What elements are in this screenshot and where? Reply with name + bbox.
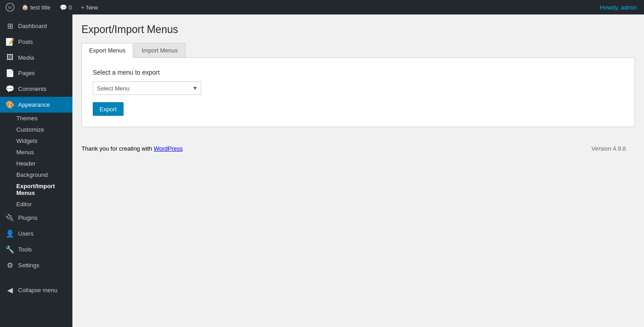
home-icon: 🏠 <box>22 4 29 10</box>
plugins-icon: 🔌 <box>5 213 14 222</box>
sidebar-pages-label: Pages <box>18 70 35 76</box>
sidebar-item-settings[interactable]: ⚙ Settings <box>0 257 72 273</box>
appearance-icon: 🎨 <box>5 100 14 109</box>
posts-icon: 📝 <box>5 38 14 46</box>
background-label: Background <box>16 171 48 178</box>
sidebar-item-editor[interactable]: Editor <box>0 199 72 210</box>
header-label: Header <box>16 160 36 167</box>
sidebar-item-menus[interactable]: Menus <box>0 147 72 158</box>
admin-bar: W 🏠 test title 💬 0 + New Howdy, admin <box>0 0 644 14</box>
page-title: Export/Import Menus <box>81 24 635 36</box>
comment-icon: 💬 <box>60 4 67 11</box>
footer-bar: Thank you for creating with WordPress Ve… <box>81 145 635 152</box>
customize-label: Customize <box>16 126 44 133</box>
main-content: Export/Import Menus Export Menus Import … <box>72 14 644 327</box>
media-icon: 🖼 <box>5 53 14 62</box>
select-menu-dropdown[interactable]: Select Menu <box>93 81 201 95</box>
footer-version: Version 4.9.8 <box>592 145 635 152</box>
sidebar-settings-label: Settings <box>18 262 39 269</box>
svg-text:W: W <box>8 5 13 10</box>
themes-label: Themes <box>16 115 38 122</box>
collapse-label: Collapse menu <box>18 287 57 294</box>
sidebar-item-comments[interactable]: 💬 Comments <box>0 81 72 97</box>
sidebar-collapse[interactable]: ◀ Collapse menu <box>0 282 72 298</box>
footer-static-text: Thank you for creating with <box>81 145 152 152</box>
select-menu-heading: Select a menu to export <box>93 69 624 76</box>
tools-icon: 🔧 <box>5 245 14 254</box>
sidebar-item-pages[interactable]: 📄 Pages <box>0 65 72 81</box>
settings-icon: ⚙ <box>5 261 14 270</box>
site-title: test title <box>30 4 51 11</box>
footer-text: Thank you for creating with WordPress <box>81 145 183 152</box>
sidebar-item-widgets[interactable]: Widgets <box>0 135 72 147</box>
adminbar-howdy: Howdy, admin <box>600 4 640 11</box>
select-menu-wrapper: Select Menu ▼ <box>93 81 201 95</box>
sidebar-item-dashboard[interactable]: ⊞ Dashboard <box>0 18 72 34</box>
sidebar-item-plugins[interactable]: 🔌 Plugins <box>0 210 72 226</box>
sidebar-item-customize[interactable]: Customize <box>0 124 72 135</box>
wp-logo-icon[interactable]: W <box>4 1 16 14</box>
users-icon: 👤 <box>5 229 14 238</box>
sidebar-item-themes[interactable]: Themes <box>0 113 72 124</box>
sidebar-appearance-label: Appearance <box>18 101 50 108</box>
sidebar: ⊞ Dashboard 📝 Posts 🖼 Media 📄 Pages 💬 Co… <box>0 14 72 327</box>
sidebar-comments-label: Comments <box>18 85 47 92</box>
tab-export-label: Export Menus <box>89 47 125 54</box>
new-label: New <box>86 4 98 11</box>
sidebar-item-users[interactable]: 👤 Users <box>0 226 72 242</box>
sidebar-item-background[interactable]: Background <box>0 169 72 180</box>
collapse-icon: ◀ <box>5 286 14 294</box>
menus-label: Menus <box>16 149 34 156</box>
editor-label: Editor <box>16 201 32 208</box>
export-import-label: Export/Import Menus <box>16 183 55 196</box>
export-button[interactable]: Export <box>93 102 124 116</box>
adminbar-comments[interactable]: 💬 0 <box>56 4 76 11</box>
sidebar-item-header[interactable]: Header <box>0 158 72 169</box>
pages-icon: 📄 <box>5 69 14 77</box>
plus-icon: + <box>81 4 85 11</box>
sidebar-media-label: Media <box>18 54 34 61</box>
comments-icon: 💬 <box>5 85 14 93</box>
sidebar-item-export-import[interactable]: Export/Import Menus <box>0 180 72 199</box>
tab-import-menus[interactable]: Import Menus <box>134 43 185 57</box>
sidebar-users-label: Users <box>18 230 33 237</box>
sidebar-item-media[interactable]: 🖼 Media <box>0 50 72 65</box>
sidebar-dashboard-label: Dashboard <box>18 23 47 29</box>
sidebar-item-posts[interactable]: 📝 Posts <box>0 34 72 50</box>
tab-bar: Export Menus Import Menus <box>81 43 635 58</box>
content-box: Select a menu to export Select Menu ▼ Ex… <box>81 58 635 127</box>
adminbar-site[interactable]: 🏠 test title <box>18 4 54 11</box>
sidebar-plugins-label: Plugins <box>18 214 38 221</box>
adminbar-new[interactable]: + New <box>77 4 102 11</box>
comments-count: 0 <box>69 4 72 11</box>
dashboard-icon: ⊞ <box>5 22 14 30</box>
tab-export-menus[interactable]: Export Menus <box>81 43 133 58</box>
widgets-label: Widgets <box>16 137 38 144</box>
sidebar-item-tools[interactable]: 🔧 Tools <box>0 242 72 257</box>
footer-wordpress-link[interactable]: WordPress <box>154 145 183 152</box>
tab-import-label: Import Menus <box>142 47 177 54</box>
sidebar-tools-label: Tools <box>18 246 32 253</box>
sidebar-posts-label: Posts <box>18 38 33 45</box>
sidebar-item-appearance[interactable]: 🎨 Appearance <box>0 97 72 113</box>
